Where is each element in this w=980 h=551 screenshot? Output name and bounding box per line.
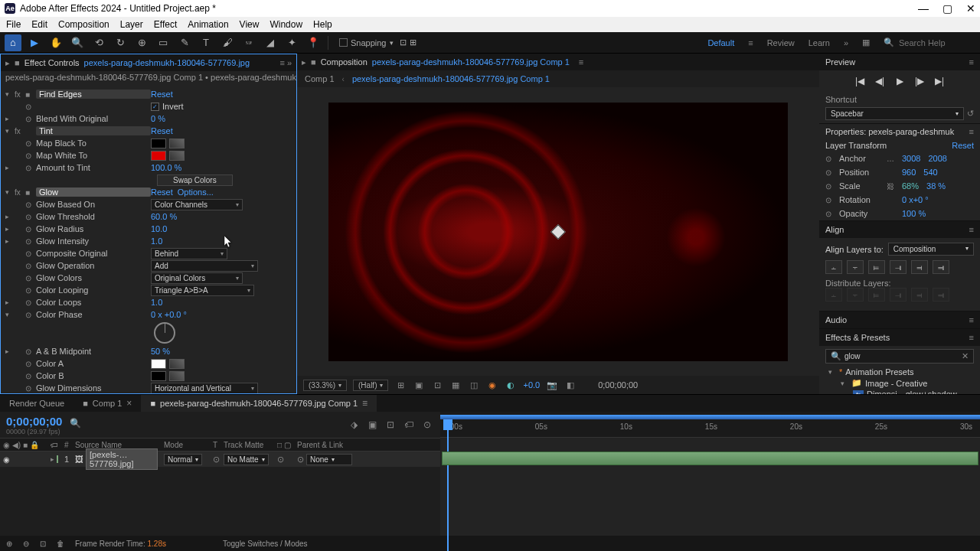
ab-midpoint[interactable]: 50 % [151, 347, 170, 356]
clone-tool[interactable]: ⎃ [240, 34, 257, 51]
tl-icon[interactable]: ⊡ [384, 418, 397, 432]
orbit-tool[interactable]: ⟲ [90, 34, 107, 51]
tab-render-queue[interactable]: Render Queue [0, 395, 74, 412]
snapping-checkbox[interactable] [339, 38, 348, 47]
next-frame-button[interactable]: |▶ [913, 75, 926, 87]
close-button[interactable]: ✕ [966, 2, 975, 15]
toggle-switches[interactable]: Toggle Switches / Modes [223, 540, 308, 548]
anchor-tool[interactable]: ⊕ [133, 34, 150, 51]
clear-icon[interactable]: ✕ [962, 351, 969, 361]
tl-icon[interactable]: ⊡ [40, 540, 46, 548]
workspace-review[interactable]: Review [767, 38, 795, 47]
eyedropper-icon[interactable] [169, 359, 185, 369]
rotate-tool[interactable]: ↻ [112, 34, 129, 51]
layer-bar[interactable] [442, 452, 978, 465]
brush-tool[interactable]: 🖌 [219, 34, 236, 51]
effect-controls-tab[interactable]: ▸ ■ Effect Controls pexels-parag-deshmuk… [1, 54, 296, 71]
viewer[interactable] [297, 87, 819, 376]
composite-dropdown[interactable]: Behind▾ [151, 248, 227, 259]
color-swatch-red[interactable] [151, 151, 166, 161]
mask-icon[interactable]: ▣ [413, 379, 425, 391]
preset-search-input[interactable] [844, 352, 959, 360]
panel-menu-icon[interactable]: ≡ » [279, 58, 292, 67]
tl-icon[interactable]: 🏷 [402, 418, 416, 432]
align-bottom[interactable]: ⫥ [933, 260, 949, 274]
tab-active-comp[interactable]: ■pexels-parag-deshmukh-180046-577769.jpg… [141, 395, 377, 412]
matte-dropdown[interactable]: No Matte▾ [224, 454, 269, 465]
color-loops[interactable]: 1.0 [151, 298, 162, 307]
grid-icon[interactable]: ⊞ [394, 379, 407, 391]
align-vcenter[interactable]: ⫤ [911, 260, 928, 274]
draft-icon[interactable]: ◧ [564, 379, 577, 391]
eyedropper-icon[interactable] [169, 371, 185, 381]
tl-icon[interactable]: ⊙ [420, 418, 434, 432]
timeline-timecode[interactable]: 0;00;00;00 [6, 415, 62, 428]
zoom-tool[interactable]: 🔍 [69, 34, 86, 51]
canvas[interactable] [328, 103, 788, 361]
effect-find-edges[interactable]: Find Edges [36, 90, 151, 99]
align-right[interactable]: ⫢ [868, 260, 885, 274]
preset-search[interactable]: 🔍 ✕ [825, 349, 974, 364]
menu-animation[interactable]: Animation [188, 19, 228, 30]
search-input[interactable] [899, 38, 975, 47]
composition-tab[interactable]: ▸■ Composition pexels-parag-deshmukh-180… [297, 54, 819, 70]
glow-basedon-dropdown[interactable]: Color Channels▾ [151, 199, 243, 210]
eyedropper-icon[interactable] [169, 151, 185, 161]
text-tool[interactable]: T [198, 34, 214, 51]
anchor-point-icon[interactable] [550, 224, 566, 240]
transparency-icon[interactable]: ▦ [449, 379, 462, 391]
menu-help[interactable]: Help [313, 19, 332, 30]
3d-icon[interactable]: ◫ [468, 379, 480, 391]
invert-checkbox[interactable]: ✓ [151, 103, 159, 111]
shortcut-dropdown[interactable]: Spacebar▾ [825, 107, 964, 120]
swap-colors-button[interactable]: Swap Colors [157, 174, 233, 186]
color-phase[interactable]: 0 x +0.0 ° [151, 310, 187, 319]
eyedropper-icon[interactable] [169, 139, 185, 148]
tl-icon[interactable]: ⊕ [6, 540, 12, 548]
tl-icon[interactable]: ⊖ [23, 540, 29, 548]
menu-view[interactable]: View [240, 19, 260, 30]
effect-tint[interactable]: Tint [36, 126, 151, 135]
pen-tool[interactable]: ✎ [176, 34, 193, 51]
crumb-comp1[interactable]: Comp 1 [305, 74, 335, 83]
layer-row[interactable]: ◉ ▸ 1 🖼[pexels-…577769.jpg] Normal▾ ⊙ No… [0, 452, 440, 467]
mode-dropdown[interactable]: Normal▾ [164, 454, 202, 465]
color-a-swatch[interactable] [151, 359, 166, 369]
glow-radius[interactable]: 10.0 [151, 224, 167, 233]
reset-icon[interactable]: ↺ [967, 109, 974, 119]
effect-glow[interactable]: Glow [36, 187, 151, 197]
panel-menu-icon[interactable]: ≡ [579, 57, 583, 67]
tl-icon[interactable]: ⬗ [347, 418, 361, 432]
color-b-swatch[interactable] [151, 371, 166, 381]
workspace-default[interactable]: Default [707, 38, 734, 47]
hand-tool[interactable]: ✋ [47, 34, 64, 51]
time-ruler[interactable]: :00s05s10s15s20s25s30s [440, 412, 980, 438]
selection-tool[interactable]: ▶ [26, 34, 43, 51]
panel-menu-icon[interactable]: ≡ [969, 57, 974, 67]
looping-dropdown[interactable]: Triangle A>B>A▾ [151, 285, 254, 296]
menu-file[interactable]: File [6, 19, 21, 30]
first-frame-button[interactable]: |◀ [854, 75, 866, 87]
camera-icon[interactable]: 📷 [546, 379, 558, 391]
reset-link[interactable]: Reset [151, 126, 173, 135]
reset-link[interactable]: Reset [151, 187, 173, 197]
tab-comp1[interactable]: ■Comp 1× [74, 395, 141, 412]
crumb-active[interactable]: pexels-parag-deshmukh-180046-577769.jpg … [352, 74, 550, 83]
menu-composition[interactable]: Composition [58, 19, 109, 30]
zoom-dropdown[interactable]: (33.3%)▾ [303, 380, 347, 391]
tl-icon[interactable]: 🗑 [57, 540, 64, 548]
align-to-dropdown[interactable]: Composition▾ [888, 243, 974, 256]
menu-layer[interactable]: Layer [120, 19, 143, 30]
snapping-toggle[interactable]: Snapping ▾ ⊡ ⊞ [339, 37, 416, 47]
play-button[interactable]: ▶ [893, 75, 906, 87]
align-left[interactable]: ⫠ [825, 260, 842, 274]
current-time-indicator[interactable] [443, 419, 452, 430]
reset-link[interactable]: Reset [151, 90, 173, 99]
home-tool[interactable]: ⌂ [5, 34, 21, 51]
parent-dropdown[interactable]: None▾ [306, 454, 352, 465]
reset-transform[interactable]: Reset [952, 141, 974, 150]
maximize-button[interactable]: ▢ [942, 2, 952, 15]
adjust-icon[interactable]: ◐ [505, 379, 517, 391]
last-frame-button[interactable]: ▶| [933, 75, 946, 87]
dimensions-dropdown[interactable]: Horizontal and Vertical▾ [151, 383, 258, 394]
